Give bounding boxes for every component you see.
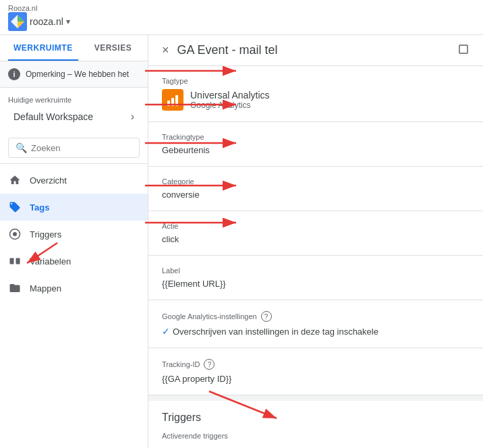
top-bar: Rooza.nl rooza.nl ▾	[0, 0, 483, 35]
category-label: Categorie	[162, 177, 470, 186]
triggers-section: Triggers Activerende triggers Klik op te…	[148, 401, 483, 448]
sidebar-item-mappen[interactable]: Mappen	[0, 275, 148, 302]
tracking-type-value: Gebeurtenis	[162, 145, 470, 155]
workspace-chevron-icon: ›	[131, 111, 134, 123]
svg-rect-7	[16, 258, 20, 264]
content-panel: × GA Event - mail tel Tagtype	[148, 35, 483, 448]
sidebar-item-overzicht[interactable]: Overzicht	[0, 167, 148, 194]
ga-settings-section: Google Analytics-instellingen ? ✓ Oversc…	[148, 300, 483, 348]
tracking-type-label: Trackingtype	[162, 133, 470, 141]
tracking-id-section: Tracking-ID ? {{GA property ID}}	[148, 348, 483, 395]
workspace-name: Default Workspace	[13, 111, 93, 122]
sidebar-item-triggers[interactable]: Triggers	[0, 221, 148, 248]
category-value: conversie	[162, 190, 470, 200]
workspace-section: Huidige werkruimte Default Workspace ›	[0, 88, 148, 132]
tracking-type-section: Trackingtype Gebeurtenis	[148, 122, 483, 167]
search-input[interactable]	[31, 143, 132, 153]
account-dropdown-icon[interactable]: ▾	[66, 17, 70, 26]
info-banner: i Opmerking – We hebben het	[0, 61, 148, 88]
triggers-label: Triggers	[30, 229, 61, 240]
action-value: click	[162, 234, 470, 244]
label-section: Label {{Element URL}}	[148, 256, 483, 300]
logo-icon	[8, 12, 27, 31]
info-text: Opmerking – We hebben het	[26, 69, 129, 79]
tracking-id-help-icon[interactable]: ?	[204, 359, 215, 370]
tag-type-label: Tagtype	[162, 77, 470, 85]
folder-icon	[8, 281, 22, 295]
tag-type-section: Tagtype Universal Analytics Google Analy…	[148, 66, 483, 122]
svg-rect-6	[10, 258, 14, 264]
variabelen-label: Variabelen	[30, 256, 71, 267]
mappen-label: Mappen	[30, 283, 61, 293]
ga-settings-label: Google Analytics-instellingen	[162, 312, 257, 320]
account-name[interactable]: rooza.nl	[30, 16, 63, 27]
tracking-id-value: {{GA property ID}}	[162, 374, 470, 384]
activerende-label: Activerende triggers	[162, 432, 470, 440]
tag-type-name: Universal Analytics	[190, 90, 270, 101]
label-value: {{Element URL}}	[162, 279, 470, 289]
workspace-label: Huidige werkruimte	[8, 96, 140, 104]
tag-icon	[8, 200, 22, 214]
logo-area: Rooza.nl rooza.nl ▾	[8, 4, 70, 31]
triggers-title: Triggers	[162, 412, 470, 424]
sidebar-item-tags[interactable]: Tags	[0, 194, 148, 221]
svg-point-5	[13, 232, 17, 236]
label-label: Label	[162, 267, 470, 275]
overzicht-label: Overzicht	[30, 175, 67, 186]
tag-type-info: Universal Analytics Google Analytics	[190, 90, 270, 110]
trigger-item[interactable]: Klik op tel en mailto Alleen links	[162, 444, 470, 448]
category-section: Categorie conversie	[148, 167, 483, 211]
panel-header: × GA Event - mail tel	[148, 35, 483, 66]
brand-label: Rooza.nl	[8, 4, 37, 12]
close-button[interactable]: ×	[162, 43, 169, 57]
home-icon	[8, 173, 22, 187]
tab-werkruimte[interactable]: WERKRUIMTE	[8, 35, 78, 61]
search-bar: 🔍	[0, 132, 148, 164]
section-divider	[148, 395, 483, 401]
tracking-id-label: Tracking-ID	[162, 360, 200, 368]
action-section: Actie click	[148, 211, 483, 256]
panel-title: GA Event - mail tel	[177, 43, 449, 57]
expand-icon[interactable]	[457, 43, 470, 57]
sidebar-tabs: WERKRUIMTE VERSIES	[0, 35, 148, 61]
ga-settings-value: Overschrijven van instellingen in deze t…	[173, 327, 378, 337]
tag-type-row[interactable]: Universal Analytics Google Analytics	[162, 89, 470, 111]
tag-type-sub: Google Analytics	[190, 101, 270, 110]
ga-settings-help-icon[interactable]: ?	[261, 311, 272, 322]
workspace-item[interactable]: Default Workspace ›	[8, 107, 140, 127]
nav-items: Overzicht Tags Triggers	[0, 164, 148, 304]
tab-versies[interactable]: VERSIES	[89, 35, 138, 61]
search-icon: 🔍	[16, 142, 27, 153]
sidebar-item-variabelen[interactable]: Variabelen	[0, 248, 148, 275]
sidebar: WERKRUIMTE VERSIES i Opmerking – We hebb…	[0, 35, 148, 448]
ua-icon	[162, 89, 183, 111]
trigger-icon	[8, 227, 22, 241]
ga-settings-check-icon: ✓	[162, 326, 170, 337]
info-icon: i	[8, 68, 20, 80]
search-wrapper[interactable]: 🔍	[8, 138, 140, 158]
variable-icon	[8, 254, 22, 268]
tags-label: Tags	[30, 202, 49, 213]
action-label: Actie	[162, 222, 470, 230]
